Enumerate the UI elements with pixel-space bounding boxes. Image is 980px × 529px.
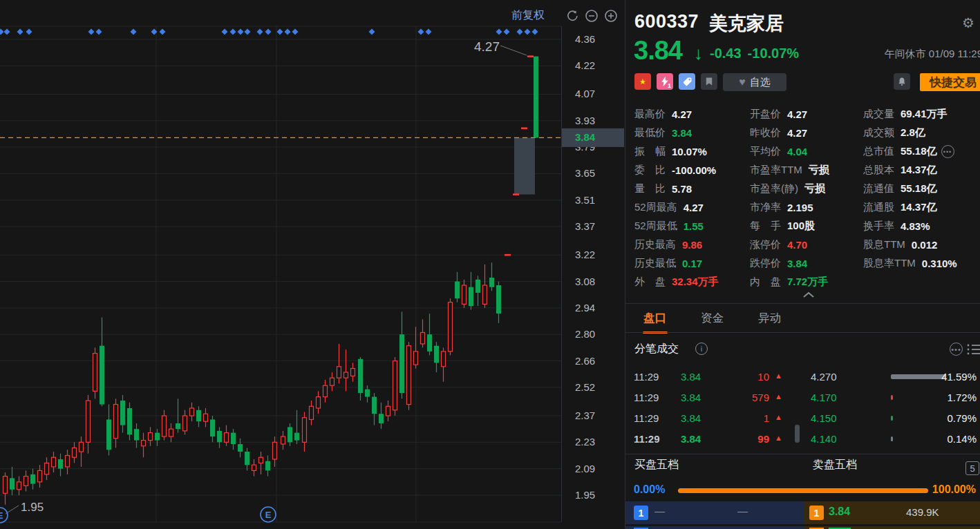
candle-down[interactable] [288, 427, 292, 442]
candle-up[interactable] [17, 482, 21, 490]
event-diamond-icon[interactable] [17, 29, 23, 35]
lightning-badge-icon[interactable]: 1 [657, 73, 673, 90]
candle-down[interactable] [455, 282, 460, 299]
candle-up[interactable] [337, 367, 341, 378]
candle-down[interactable] [489, 278, 494, 287]
event-diamond-icon[interactable] [245, 29, 251, 35]
candle-down[interactable] [176, 423, 180, 429]
candle-up[interactable] [225, 433, 229, 443]
candle-up[interactable] [190, 408, 194, 416]
add-watchlist-button[interactable]: ♥ 自选 [723, 73, 786, 91]
tab-alerts[interactable]: 异动 [758, 311, 781, 332]
detail-list-icon[interactable] [967, 343, 980, 356]
event-diamond-icon[interactable] [0, 29, 4, 35]
candle-down[interactable] [365, 389, 370, 397]
adjust-mode-selector[interactable]: 前复权 [511, 8, 545, 23]
candle-down[interactable] [238, 444, 243, 452]
candle-up[interactable] [149, 433, 153, 441]
candle-down[interactable] [399, 334, 404, 393]
candle-up[interactable] [52, 457, 56, 467]
candle-down[interactable] [127, 408, 132, 434]
candle-down[interactable] [496, 285, 501, 314]
candle-up[interactable] [303, 418, 307, 443]
candle-up[interactable] [393, 361, 397, 410]
quick-trade-button[interactable]: 快捷交易 [920, 73, 980, 91]
event-diamond-icon[interactable] [525, 29, 531, 35]
event-diamond-icon[interactable] [369, 29, 375, 35]
candle-up[interactable] [442, 352, 446, 367]
candle-down[interactable] [245, 452, 249, 465]
event-diamond-icon[interactable] [238, 29, 244, 35]
more-options-icon[interactable]: ••• [950, 343, 963, 356]
candle-up[interactable] [3, 477, 8, 494]
stat-more-icon[interactable]: ••• [941, 145, 954, 158]
tab-pankou[interactable]: 盘口 [643, 311, 666, 332]
event-diamond-icon[interactable] [96, 29, 102, 35]
candle-down[interactable] [196, 410, 201, 421]
chart-reset-icon[interactable] [565, 9, 579, 23]
candle-up[interactable] [93, 354, 97, 392]
event-diamond-icon[interactable] [418, 29, 424, 35]
candle-up[interactable] [317, 397, 321, 408]
event-diamond-icon[interactable] [131, 29, 137, 35]
candle-down[interactable] [294, 433, 299, 441]
candle-up[interactable] [421, 332, 425, 343]
candle-up[interactable] [252, 465, 256, 470]
event-diamond-icon[interactable] [88, 29, 95, 35]
candle-up[interactable] [483, 285, 487, 304]
event-diamond-icon[interactable] [517, 29, 523, 35]
alert-bell-icon[interactable] [894, 73, 910, 90]
candle-up[interactable] [24, 477, 28, 486]
candle-down[interactable] [30, 474, 35, 484]
candle-up[interactable] [169, 429, 173, 436]
event-diamond-icon[interactable] [292, 29, 299, 35]
event-diamond-icon[interactable] [26, 29, 32, 35]
event-diamond-icon[interactable] [496, 29, 502, 35]
candle-down[interactable] [106, 419, 111, 450]
tab-funds[interactable]: 资金 [701, 311, 724, 332]
candle-up[interactable] [310, 406, 314, 419]
candle-up[interactable] [38, 470, 42, 481]
candle-up[interactable] [79, 442, 84, 452]
candlestick-chart[interactable]: 4.271.95EE4.364.224.073.933.793.653.513.… [0, 0, 625, 529]
candle-down[interactable] [210, 419, 215, 436]
candle-up[interactable] [407, 346, 411, 405]
zoom-out-icon[interactable] [585, 9, 599, 23]
event-diamond-icon[interactable] [277, 29, 283, 35]
candle-up[interactable] [449, 302, 453, 352]
event-diamond-icon[interactable] [265, 29, 272, 35]
candle-down[interactable] [427, 334, 432, 352]
ask-level-1[interactable]: 1 3.84 439.9K [804, 501, 980, 524]
trade-row[interactable]: 11:293.8499▲4.1400.14% [625, 429, 980, 450]
candle-up[interactable] [273, 442, 277, 459]
candle-up[interactable] [45, 463, 49, 474]
tick-trades-list[interactable]: 11:293.8410▲4.27041.59%11:293.84579▲4.17… [625, 367, 980, 452]
event-diamond-icon[interactable] [532, 29, 538, 35]
candle-down[interactable] [358, 359, 363, 393]
candle-up[interactable] [259, 457, 263, 463]
trade-row[interactable]: 11:293.8410▲4.27041.59% [625, 367, 980, 387]
info-icon[interactable]: i [695, 343, 708, 355]
candle-up[interactable] [204, 414, 208, 421]
candle-up[interactable] [183, 416, 187, 431]
announcement-icon[interactable] [701, 73, 717, 90]
depth-row-1[interactable]: 1 — — 1 3.84 439.9K [625, 501, 980, 524]
candle-down[interactable] [475, 280, 480, 293]
candle-up[interactable] [462, 285, 467, 304]
event-diamond-icon[interactable] [426, 29, 432, 35]
trade-row[interactable]: 11:293.841▲4.1500.79% [625, 408, 980, 429]
tag-icon[interactable] [679, 73, 695, 90]
candle-down[interactable] [217, 431, 222, 442]
candle-down[interactable] [469, 287, 473, 306]
event-diamond-icon[interactable] [504, 29, 510, 35]
event-diamond-icon[interactable] [285, 29, 291, 35]
candle-up[interactable] [323, 385, 328, 396]
candle-down[interactable] [100, 346, 104, 405]
candle-down[interactable] [134, 429, 139, 440]
event-diamond-icon[interactable] [4, 29, 10, 35]
candle-up[interactable] [86, 401, 91, 442]
candle-down[interactable] [155, 433, 160, 441]
candle-up[interactable] [330, 378, 334, 385]
candle-down[interactable] [379, 414, 384, 423]
candle-up[interactable] [344, 372, 348, 378]
